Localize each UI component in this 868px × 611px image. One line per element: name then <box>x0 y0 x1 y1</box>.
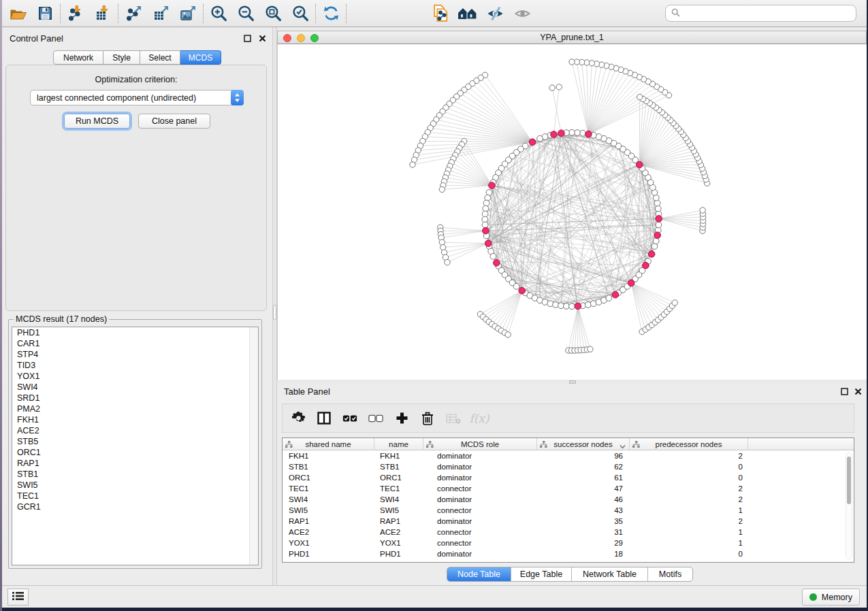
show-panels-icon[interactable] <box>509 3 536 24</box>
result-node-item[interactable]: SRD1 <box>12 393 258 403</box>
table-row[interactable]: RAP1RAP1dominator352 <box>283 516 854 527</box>
table-cell[interactable]: 2 <box>630 483 748 494</box>
table-cell[interactable]: 0 <box>630 548 748 559</box>
tab-edge-table[interactable]: Edge Table <box>511 567 572 581</box>
table-cell[interactable]: 62 <box>537 461 630 472</box>
table-cell[interactable]: 96 <box>537 450 630 461</box>
table-cell[interactable]: 0 <box>630 472 748 483</box>
table-cell[interactable]: 2 <box>630 516 748 527</box>
horizontal-splitter[interactable] <box>277 380 867 384</box>
export-table-icon[interactable] <box>147 3 174 24</box>
table-cell[interactable]: ACE2 <box>374 527 423 538</box>
result-node-item[interactable]: GCR1 <box>12 501 258 512</box>
table-scrollbar[interactable] <box>846 452 852 559</box>
table-cell[interactable]: SWI5 <box>283 505 374 516</box>
zoom-selected-icon[interactable] <box>287 3 314 24</box>
result-node-item[interactable]: YOX1 <box>12 371 258 382</box>
network-overview-icon[interactable] <box>454 3 481 24</box>
result-node-item[interactable]: STB1 <box>12 469 258 480</box>
tab-network[interactable]: Network <box>53 50 103 65</box>
table-cell[interactable]: 35 <box>537 516 630 527</box>
tab-node-table[interactable]: Node Table <box>447 567 511 581</box>
tab-mcds[interactable]: MCDS <box>180 50 221 65</box>
result-node-item[interactable]: TID3 <box>12 360 258 371</box>
table-cell[interactable]: connector <box>423 527 537 538</box>
tab-network-table[interactable]: Network Table <box>572 567 648 581</box>
scrollbar-thumb[interactable] <box>847 457 851 504</box>
table-row[interactable]: YOX1YOX1connector291 <box>283 538 854 548</box>
table-cell[interactable]: dominator <box>423 516 537 527</box>
table-cell[interactable]: STB1 <box>374 461 423 472</box>
table-row[interactable]: SWI5SWI5connector431 <box>283 505 854 516</box>
table-cell[interactable]: 31 <box>537 527 630 538</box>
table-cell[interactable]: RAP1 <box>374 516 423 527</box>
result-node-item[interactable]: CAR1 <box>12 338 258 349</box>
table-cell[interactable]: 61 <box>537 472 630 483</box>
table-cell[interactable]: ORC1 <box>283 472 374 483</box>
splitter-handle[interactable] <box>273 305 276 320</box>
clone-network-icon[interactable] <box>427 3 454 24</box>
save-icon[interactable] <box>31 3 59 24</box>
table-row[interactable]: ACE2ACE2connector311 <box>283 527 854 538</box>
settings-gear-icon[interactable] <box>291 409 306 428</box>
table-cell[interactable]: STB1 <box>283 461 374 472</box>
tab-select[interactable]: Select <box>140 50 180 65</box>
zoom-out-icon[interactable] <box>232 3 259 24</box>
table-cell[interactable]: 2 <box>630 494 748 505</box>
table-row[interactable]: FKH1FKH1dominator962 <box>283 450 854 461</box>
zoom-fit-icon[interactable] <box>259 3 287 24</box>
close-panel-icon[interactable] <box>258 34 267 43</box>
export-network-icon[interactable] <box>120 3 147 24</box>
open-folder-icon[interactable] <box>4 3 31 24</box>
table-cell[interactable]: 43 <box>537 505 630 516</box>
table-cell[interactable]: TEC1 <box>374 483 423 494</box>
tab-style[interactable]: Style <box>103 50 140 65</box>
result-node-item[interactable]: ACE2 <box>12 425 258 436</box>
result-node-item[interactable]: STB5 <box>12 436 258 447</box>
result-node-item[interactable]: PMA2 <box>12 403 258 414</box>
table-cell[interactable]: RAP1 <box>283 516 374 527</box>
table-cell[interactable]: FKH1 <box>283 450 374 461</box>
table-row[interactable]: STB1STB1dominator620 <box>283 461 854 472</box>
table-cell[interactable]: 2 <box>630 450 748 461</box>
column-header-name[interactable]: name <box>374 438 423 450</box>
memory-button[interactable]: Memory <box>802 589 860 606</box>
result-node-item[interactable]: STP4 <box>12 349 258 360</box>
table-cell[interactable]: YOX1 <box>283 538 374 548</box>
search-box[interactable] <box>665 5 856 22</box>
refresh-icon[interactable] <box>317 3 344 24</box>
add-column-icon[interactable] <box>394 409 409 428</box>
table-cell[interactable]: connector <box>423 483 537 494</box>
delete-column-icon[interactable] <box>420 409 435 428</box>
result-node-item[interactable]: PHD1 <box>12 327 258 338</box>
table-cell[interactable]: 18 <box>537 548 630 559</box>
network-canvas[interactable] <box>277 44 867 380</box>
column-header-successor-nodes[interactable]: successor nodes <box>537 438 630 450</box>
table-cell[interactable]: dominator <box>423 494 537 505</box>
table-cell[interactable]: dominator <box>423 461 537 472</box>
table-cell[interactable]: ORC1 <box>374 472 423 483</box>
table-cell[interactable]: 1 <box>630 527 748 538</box>
result-node-item[interactable]: SWI4 <box>12 382 258 393</box>
table-cell[interactable]: connector <box>423 505 537 516</box>
table-cell[interactable]: SWI4 <box>283 494 374 505</box>
result-node-item[interactable]: FKH1 <box>12 414 258 425</box>
result-list-scrollbar[interactable] <box>249 327 258 565</box>
result-node-item[interactable]: SWI5 <box>12 480 258 491</box>
table-row[interactable]: TEC1TEC1connector472 <box>283 483 854 494</box>
table-cell[interactable]: PHD1 <box>374 548 423 559</box>
close-panel-icon[interactable] <box>854 387 863 396</box>
split-columns-icon[interactable] <box>317 409 332 428</box>
table-cell[interactable]: SWI4 <box>374 494 423 505</box>
table-row[interactable]: ORC1ORC1dominator610 <box>283 472 854 483</box>
table-cell[interactable]: 1 <box>630 505 748 516</box>
import-network-icon[interactable] <box>62 3 89 24</box>
table-cell[interactable]: connector <box>423 538 537 548</box>
result-node-item[interactable]: RAP1 <box>12 458 258 469</box>
column-header-MCDS-role[interactable]: MCDS role <box>423 438 537 450</box>
table-cell[interactable]: ACE2 <box>283 527 374 538</box>
hide-panels-icon[interactable] <box>481 3 509 24</box>
table-cell[interactable]: dominator <box>423 548 537 559</box>
result-node-item[interactable]: ORC1 <box>12 447 258 458</box>
search-input[interactable] <box>684 8 856 19</box>
